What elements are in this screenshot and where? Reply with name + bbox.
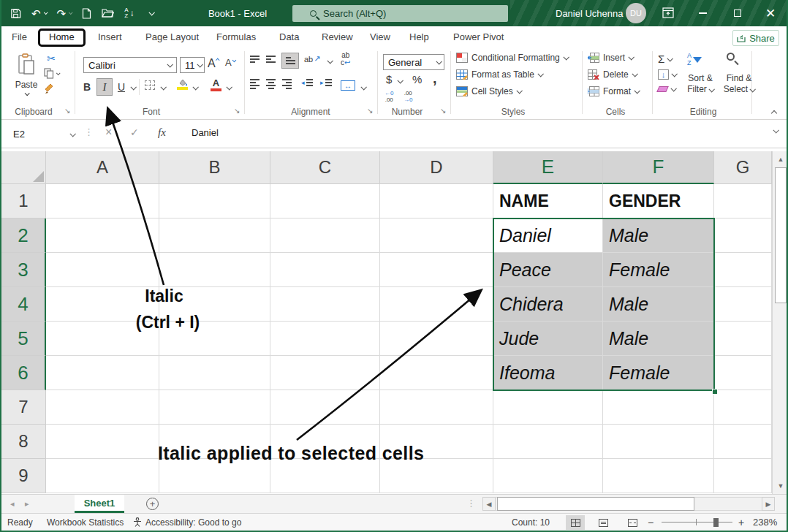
cell-a2[interactable] — [46, 218, 159, 253]
scroll-down-icon[interactable]: ▼ — [775, 480, 787, 492]
sort-ascending-icon[interactable]: AZ ↓ — [124, 7, 134, 20]
cell-e2-active[interactable]: Daniel — [493, 218, 603, 253]
tab-file[interactable]: File — [12, 26, 27, 47]
cell-c6[interactable] — [270, 356, 380, 390]
cell-a6[interactable] — [46, 356, 159, 390]
cell-c9[interactable] — [270, 459, 380, 493]
format-as-table-button[interactable]: Format as Table — [456, 69, 542, 80]
normal-view-button[interactable] — [566, 515, 585, 530]
cell-d8[interactable] — [380, 425, 493, 459]
cell-f7[interactable] — [603, 390, 714, 425]
tab-help[interactable]: Help — [409, 26, 429, 47]
scroll-left-icon[interactable]: ◀ — [482, 497, 496, 511]
scroll-up-icon[interactable]: ▲ — [775, 153, 787, 165]
font-color-icon[interactable]: A — [211, 78, 221, 91]
undo-button[interactable]: ↶ — [31, 8, 47, 19]
currency-format-icon[interactable]: $ — [386, 73, 392, 86]
top-align-icon[interactable] — [250, 56, 259, 63]
cell-b4[interactable] — [159, 287, 270, 322]
find-select-icon[interactable] — [727, 53, 735, 61]
middle-align-icon[interactable] — [266, 56, 276, 63]
wrap-text-icon[interactable]: abc↩ — [341, 52, 350, 66]
cell-e4[interactable]: Chidera — [493, 287, 603, 322]
zoom-slider-thumb[interactable] — [713, 518, 719, 527]
column-header-b[interactable]: B — [159, 151, 270, 184]
cell-styles-button[interactable]: Cell Styles — [456, 86, 521, 96]
enter-icon[interactable]: ✓ — [130, 126, 139, 138]
delete-cells-button[interactable]: Delete — [588, 69, 637, 80]
cell-g8[interactable] — [714, 425, 772, 459]
horizontal-scrollbar-thumb[interactable] — [497, 497, 694, 511]
cell-e5[interactable]: Jude — [493, 322, 603, 356]
user-name[interactable]: Daniel Uchenna — [556, 0, 624, 26]
increase-decimal-icon[interactable]: ←0.00 — [384, 91, 393, 104]
tab-review[interactable]: Review — [322, 26, 353, 47]
formula-bar-expand-icon[interactable] — [773, 127, 778, 133]
column-header-d[interactable]: D — [380, 151, 493, 184]
row-header-6[interactable]: 6 — [1, 356, 46, 390]
cell-c4[interactable] — [270, 287, 380, 322]
new-file-icon[interactable] — [82, 8, 91, 19]
insert-cells-button[interactable]: Insert — [588, 53, 633, 63]
clear-button[interactable] — [658, 86, 675, 92]
share-button[interactable]: Share — [732, 30, 779, 46]
name-box[interactable]: E2 — [6, 124, 79, 144]
avatar[interactable]: DU — [626, 3, 646, 23]
name-box-dropdown-icon[interactable] — [69, 131, 75, 137]
zoom-slider-track[interactable] — [662, 522, 732, 522]
ribbon-display-options-icon[interactable] — [662, 7, 674, 21]
row-header-5[interactable]: 5 — [1, 322, 46, 356]
column-header-c[interactable]: C — [270, 151, 380, 184]
cell-g6[interactable] — [714, 356, 772, 390]
cell-d5[interactable] — [380, 322, 493, 356]
italic-button[interactable]: I — [96, 78, 113, 96]
cell-f3[interactable]: Female — [603, 253, 714, 287]
zoom-level[interactable]: 238% — [753, 514, 777, 531]
cell-b8[interactable] — [159, 425, 270, 459]
cell-e7[interactable] — [493, 390, 603, 425]
cell-b7[interactable] — [159, 390, 270, 425]
sort-filter-icon[interactable]: AZ — [687, 53, 702, 67]
font-dialog-launcher-icon[interactable]: ↘ — [234, 107, 240, 115]
alignment-dialog-launcher-icon[interactable]: ↘ — [367, 107, 373, 115]
undo-dropdown-icon[interactable] — [43, 10, 48, 15]
cell-g9[interactable] — [714, 459, 772, 493]
paste-button[interactable]: Paste — [10, 51, 42, 98]
sort-filter-button[interactable]: Sort & Filter — [681, 73, 719, 95]
decrease-indent-icon[interactable]: ◂ — [301, 79, 313, 86]
underline-dropdown-icon[interactable] — [130, 84, 136, 90]
search-input[interactable]: Search (Alt+Q) — [292, 5, 508, 22]
find-select-button[interactable]: Find & Select — [719, 73, 759, 95]
minimize-button[interactable] — [686, 0, 719, 26]
cell-g1[interactable] — [714, 184, 772, 218]
cell-e9[interactable] — [493, 459, 603, 493]
cell-c7[interactable] — [270, 390, 380, 425]
vertical-scrollbar[interactable]: ▲ ▼ — [772, 151, 788, 494]
cut-icon[interactable]: ✂ — [44, 53, 58, 64]
cell-f6[interactable]: Female — [603, 356, 714, 390]
cell-b3[interactable] — [159, 253, 270, 287]
format-painter-icon[interactable] — [44, 83, 55, 94]
cell-d7[interactable] — [380, 390, 493, 425]
comma-style-icon[interactable]: , — [433, 70, 437, 87]
cell-d3[interactable] — [380, 253, 493, 287]
cell-b1[interactable] — [159, 184, 270, 218]
number-dialog-launcher-icon[interactable]: ↘ — [440, 107, 446, 115]
formula-bar-input[interactable]: Daniel — [192, 127, 219, 138]
column-header-f[interactable]: F — [603, 151, 714, 184]
font-color-dropdown-icon[interactable] — [226, 84, 232, 90]
paste-dropdown-icon[interactable] — [24, 91, 29, 96]
font-name-combo[interactable]: Calibri — [83, 57, 177, 73]
copy-icon[interactable] — [44, 68, 59, 79]
insert-function-icon[interactable]: fx — [158, 126, 166, 139]
bottom-align-icon[interactable] — [281, 53, 299, 69]
tab-formulas[interactable]: Formulas — [216, 26, 256, 47]
cell-c2[interactable] — [270, 218, 380, 253]
zoom-out-icon[interactable]: − — [648, 514, 653, 531]
currency-dropdown-icon[interactable] — [397, 77, 403, 83]
scrollbar-resize-handle[interactable]: ⋮ — [466, 498, 476, 509]
number-format-combo[interactable]: General — [383, 54, 444, 70]
center-icon[interactable] — [266, 79, 276, 89]
cell-g4[interactable] — [714, 287, 772, 322]
bold-button[interactable]: B — [80, 79, 94, 95]
